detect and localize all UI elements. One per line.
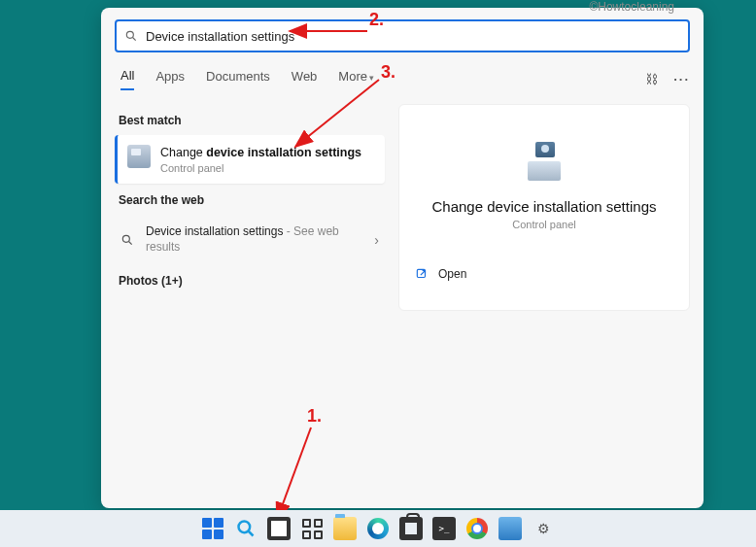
photos-label: Photos (1+): [119, 274, 385, 288]
svg-line-3: [129, 242, 132, 245]
preview-title: Change device installation settings: [432, 198, 657, 215]
chrome-icon[interactable]: [465, 517, 489, 540]
best-match-result[interactable]: Change device installation settings Cont…: [115, 135, 385, 184]
chevron-right-icon: ›: [374, 232, 379, 248]
settings-icon[interactable]: ⚙: [532, 517, 555, 540]
result-subtitle: Control panel: [160, 162, 361, 174]
widgets-icon[interactable]: [300, 517, 324, 540]
store-icon[interactable]: [399, 517, 423, 540]
search-panel: ©Howtocleaning Device installation setti…: [101, 8, 704, 508]
taskbar-search-icon[interactable]: [234, 517, 258, 540]
open-icon: [415, 267, 429, 281]
taskbar: >_ ⚙: [0, 510, 756, 547]
best-match-label: Best match: [119, 114, 385, 127]
svg-line-1: [133, 38, 136, 41]
search-input-container[interactable]: Device installation settings: [115, 19, 690, 52]
edge-icon[interactable]: [366, 517, 390, 540]
svg-point-8: [239, 522, 251, 533]
search-icon: [120, 233, 134, 247]
web-result[interactable]: Device installation settings - See web r…: [115, 215, 385, 264]
connect-icon[interactable]: ⛓: [645, 72, 658, 86]
tab-all[interactable]: All: [120, 68, 134, 90]
file-explorer-icon[interactable]: [333, 517, 357, 540]
tab-documents[interactable]: Documents: [206, 69, 270, 89]
open-label: Open: [438, 267, 466, 281]
web-result-text: Device installation settings - See web r…: [146, 224, 362, 255]
app-icon[interactable]: [498, 517, 522, 540]
start-button[interactable]: [201, 517, 224, 540]
filter-tabs: All Apps Documents Web More▾ ⛓ ···: [120, 68, 690, 90]
device-icon: [127, 145, 151, 168]
result-title: Change device installation settings: [160, 145, 361, 160]
task-view-icon[interactable]: [267, 517, 291, 540]
more-options-icon[interactable]: ···: [673, 72, 690, 86]
results-column: Best match Change device installation se…: [115, 104, 385, 311]
svg-point-2: [122, 235, 129, 242]
search-icon: [124, 29, 138, 43]
watermark-text: ©Howtocleaning: [589, 0, 674, 14]
preview-pane: Change device installation settings Cont…: [398, 104, 690, 311]
terminal-icon[interactable]: >_: [432, 517, 456, 540]
preview-subtitle: Control panel: [512, 219, 575, 230]
open-action[interactable]: Open: [411, 256, 677, 292]
search-web-label: Search the web: [119, 193, 385, 207]
tab-apps[interactable]: Apps: [155, 69, 185, 89]
svg-line-9: [249, 531, 254, 536]
svg-point-0: [126, 31, 133, 38]
device-install-icon: [522, 142, 567, 181]
tab-more[interactable]: More▾: [338, 69, 374, 89]
chevron-down-icon: ▾: [369, 73, 374, 83]
search-query-text: Device installation settings: [146, 29, 294, 44]
tab-web[interactable]: Web: [292, 69, 318, 89]
